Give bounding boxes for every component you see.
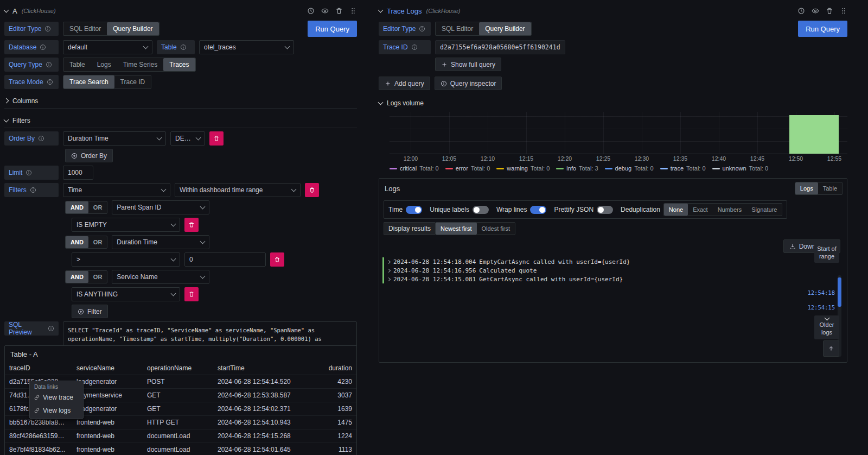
log-row[interactable]: 2024-06-28 12:54:18.004 EmptyCartAsync c…	[382, 257, 847, 266]
legend-item-error[interactable]: errorTotal: 0	[445, 165, 490, 172]
filters-section-toggle[interactable]: Filters	[4, 113, 357, 128]
legend-item-debug[interactable]: debugTotal: 0	[605, 165, 654, 172]
column-header-operationname[interactable]: operationName	[143, 362, 213, 375]
unique-labels-toggle[interactable]	[473, 206, 489, 214]
info-icon[interactable]	[48, 325, 54, 332]
dedup-option-none[interactable]: None	[664, 204, 688, 216]
legend-item-critical[interactable]: criticalTotal: 0	[390, 165, 439, 172]
bool-and-option[interactable]: AND	[66, 271, 88, 283]
view-logs-menu-item[interactable]: View logs	[30, 404, 83, 417]
query-type-option-timeseries[interactable]: Time Series	[117, 58, 164, 71]
add-order-by-button[interactable]: Order By	[65, 149, 113, 162]
filter-field-select[interactable]: Time	[63, 183, 170, 197]
bool-or-option[interactable]: OR	[88, 236, 107, 248]
grip-icon[interactable]	[840, 7, 847, 15]
info-icon[interactable]	[38, 135, 44, 142]
grip-icon[interactable]	[349, 7, 357, 15]
history-icon[interactable]	[307, 7, 315, 15]
trace-mode-option-search[interactable]: Trace Search	[63, 75, 114, 89]
trace-mode-option-id[interactable]: Trace ID	[114, 75, 151, 89]
chevron-right-icon[interactable]	[387, 268, 391, 272]
history-icon[interactable]	[797, 7, 805, 15]
dedup-option-exact[interactable]: Exact	[688, 204, 713, 216]
trash-icon[interactable]	[826, 7, 833, 15]
remove-condition-button[interactable]	[184, 218, 199, 232]
sort-option-oldest[interactable]: Oldest first	[477, 223, 515, 235]
prettify-json-toggle[interactable]	[597, 206, 613, 214]
editor-type-option-sql[interactable]: SQL Editor	[63, 22, 107, 35]
legend-item-unknown[interactable]: unknownTotal: 0	[712, 165, 769, 172]
condition-operator-select[interactable]: IS ANYTHING	[72, 287, 180, 301]
limit-input[interactable]	[63, 166, 93, 180]
dedup-option-signature[interactable]: Signature	[746, 204, 782, 216]
info-icon[interactable]	[411, 44, 418, 50]
add-filter-button[interactable]: Filter	[72, 305, 108, 318]
logs-volume-section-toggle[interactable]: Logs volume	[379, 98, 847, 109]
run-query-button[interactable]: Run Query	[308, 21, 357, 37]
remove-filter-button[interactable]	[305, 183, 319, 197]
add-query-button[interactable]: Add query	[379, 77, 430, 90]
query-type-option-table[interactable]: Table	[63, 58, 91, 71]
info-icon[interactable]	[419, 26, 425, 32]
chevron-right-icon[interactable]	[387, 260, 391, 263]
condition-value-input[interactable]	[184, 252, 266, 267]
query-type-option-traces[interactable]: Traces	[163, 58, 195, 71]
bool-or-option[interactable]: OR	[88, 271, 107, 283]
show-full-query-button[interactable]: Show full query	[435, 58, 501, 71]
legend-item-warning[interactable]: warningTotal: 0	[496, 165, 550, 172]
database-select[interactable]: default	[63, 40, 152, 54]
view-trace-menu-item[interactable]: View trace	[30, 391, 83, 404]
eye-icon[interactable]	[812, 7, 819, 15]
nav-timestamp[interactable]: 12:54:18	[807, 289, 835, 296]
order-by-field-select[interactable]: Duration Time	[63, 131, 166, 146]
chevron-down-icon[interactable]	[4, 8, 9, 13]
sort-option-newest[interactable]: Newest first	[436, 223, 476, 235]
trace-id-input[interactable]	[435, 40, 565, 54]
query-inspector-button[interactable]: Query inspector	[435, 77, 502, 90]
condition-operator-select[interactable]: IS EMPTY	[72, 218, 180, 232]
time-toggle[interactable]	[406, 206, 422, 214]
chevron-right-icon[interactable]	[387, 277, 391, 281]
info-icon[interactable]	[30, 187, 36, 193]
trash-icon[interactable]	[335, 7, 343, 15]
bool-or-option[interactable]: OR	[88, 201, 107, 213]
dedup-option-numbers[interactable]: Numbers	[713, 204, 747, 216]
column-header-traceid[interactable]: traceID	[5, 362, 72, 375]
table-select[interactable]: otel_traces	[199, 40, 294, 54]
column-header-starttime[interactable]: startTime	[213, 362, 316, 375]
older-logs-button[interactable]: Older logs	[814, 315, 839, 339]
view-option-logs[interactable]: Logs	[795, 182, 818, 194]
editor-type-option-builder[interactable]: Query Builder	[107, 22, 158, 35]
info-icon[interactable]	[47, 79, 53, 85]
nav-timestamp[interactable]: 12:54:15	[807, 304, 835, 311]
editor-type-option-sql[interactable]: SQL Editor	[436, 22, 479, 35]
view-option-table[interactable]: Table	[818, 182, 842, 194]
column-header-duration[interactable]: duration	[316, 362, 356, 375]
column-header-servicename[interactable]: serviceName	[72, 362, 143, 375]
legend-item-trace[interactable]: traceTotal: 0	[660, 165, 706, 172]
bool-and-option[interactable]: AND	[66, 201, 88, 213]
trace-id-link[interactable]: 89cf4286e631591b4...	[5, 429, 72, 443]
condition-field-select[interactable]: Service Name	[112, 270, 209, 284]
log-row[interactable]: 2024-06-28 12:54:15.081 GetCartAsync cal…	[382, 275, 847, 283]
legend-item-info[interactable]: infoTotal: 3	[556, 165, 598, 172]
bool-and-option[interactable]: AND	[66, 236, 88, 248]
scrollbar-thumb[interactable]	[838, 277, 841, 307]
columns-section-toggle[interactable]: Columns	[4, 93, 357, 109]
condition-operator-select[interactable]: >	[72, 252, 180, 267]
trace-id-link[interactable]: 8e7bf4f81834b62...	[5, 443, 72, 455]
log-row[interactable]: 2024-06-28 12:54:16.956 Calculated quote	[382, 266, 847, 275]
info-icon[interactable]	[25, 169, 32, 176]
remove-order-by-button[interactable]	[209, 131, 224, 146]
remove-condition-button[interactable]	[270, 252, 284, 267]
info-icon[interactable]	[40, 44, 46, 50]
scroll-to-top-button[interactable]	[823, 340, 839, 357]
condition-field-select[interactable]: Parent Span ID	[112, 200, 209, 214]
remove-condition-button[interactable]	[184, 287, 199, 301]
info-volume-bar[interactable]	[789, 115, 839, 154]
chevron-down-icon[interactable]	[378, 8, 384, 13]
order-by-direction-select[interactable]: DESC	[170, 131, 205, 146]
editor-type-option-builder[interactable]: Query Builder	[479, 22, 531, 35]
query-type-option-logs[interactable]: Logs	[91, 58, 117, 71]
wrap-lines-toggle[interactable]	[530, 206, 546, 214]
